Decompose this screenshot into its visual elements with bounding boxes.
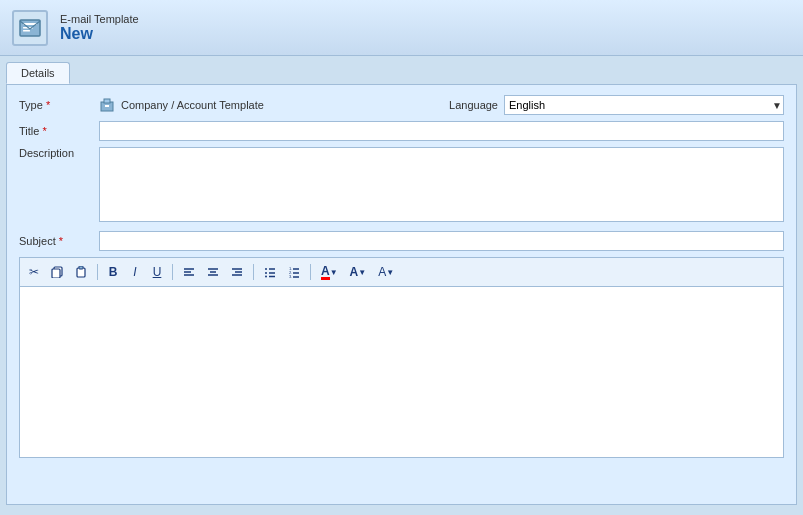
description-textarea[interactable] (99, 147, 784, 222)
header-subtitle: New (60, 25, 139, 43)
subject-row: Subject * (19, 231, 784, 251)
svg-rect-7 (107, 105, 109, 107)
copy-button[interactable] (46, 262, 68, 282)
type-row-right: Company / Account Template Language Engl… (99, 95, 784, 115)
header-text: E-mail Template New (60, 13, 139, 43)
separator-2 (172, 264, 173, 280)
bold-button[interactable]: B (103, 262, 123, 282)
svg-point-23 (265, 272, 267, 274)
svg-point-21 (265, 268, 267, 270)
font-color-button[interactable]: A ▼ (316, 262, 343, 282)
type-row: Type * Company / Account Template (19, 95, 784, 115)
type-info: Company / Account Template (99, 97, 449, 113)
align-left-button[interactable] (178, 262, 200, 282)
cut-button[interactable]: ✂ (24, 262, 44, 282)
svg-rect-9 (52, 269, 60, 278)
svg-rect-3 (23, 30, 30, 32)
editor-content[interactable] (20, 287, 783, 457)
language-label: Language (449, 99, 498, 111)
header: E-mail Template New (0, 0, 803, 56)
align-right-button[interactable] (226, 262, 248, 282)
unordered-list-button[interactable] (259, 262, 281, 282)
ordered-list-button[interactable]: 1. 2. 3. (283, 262, 305, 282)
header-title: E-mail Template (60, 13, 139, 25)
paste-button[interactable] (70, 262, 92, 282)
tab-bar: Details (6, 62, 797, 84)
subject-input[interactable] (99, 231, 784, 251)
language-group: Language EnglishFrenchGermanSpanish ▼ (449, 95, 784, 115)
underline-button[interactable]: U (147, 262, 167, 282)
svg-point-25 (265, 276, 267, 278)
description-label: Description (19, 147, 99, 159)
separator-1 (97, 264, 98, 280)
main-content: Details Type * (0, 56, 803, 515)
separator-4 (310, 264, 311, 280)
italic-button[interactable]: I (125, 262, 145, 282)
type-label: Type * (19, 99, 99, 111)
description-wrapper (99, 147, 784, 225)
description-row: Description (19, 147, 784, 225)
svg-rect-5 (104, 99, 110, 103)
align-center-button[interactable] (202, 262, 224, 282)
type-value: Company / Account Template (121, 99, 264, 111)
title-input[interactable] (99, 121, 784, 141)
svg-rect-6 (105, 105, 107, 107)
language-select[interactable]: EnglishFrenchGermanSpanish (504, 95, 784, 115)
title-label: Title * (19, 125, 99, 137)
font-size-button[interactable]: A▼ (345, 262, 372, 282)
svg-rect-11 (79, 266, 83, 269)
language-select-wrapper[interactable]: EnglishFrenchGermanSpanish ▼ (504, 95, 784, 115)
form-panel: Type * Company / Account Template (6, 84, 797, 505)
editor-area[interactable] (19, 286, 784, 458)
separator-3 (253, 264, 254, 280)
company-icon (99, 97, 115, 113)
title-row: Title * (19, 121, 784, 141)
email-template-icon (12, 10, 48, 46)
tab-details[interactable]: Details (6, 62, 70, 84)
svg-text:3.: 3. (289, 274, 292, 278)
rich-text-toolbar: ✂ B I U (19, 257, 784, 286)
subject-label: Subject * (19, 235, 99, 247)
font-button[interactable]: A▼ (373, 262, 399, 282)
